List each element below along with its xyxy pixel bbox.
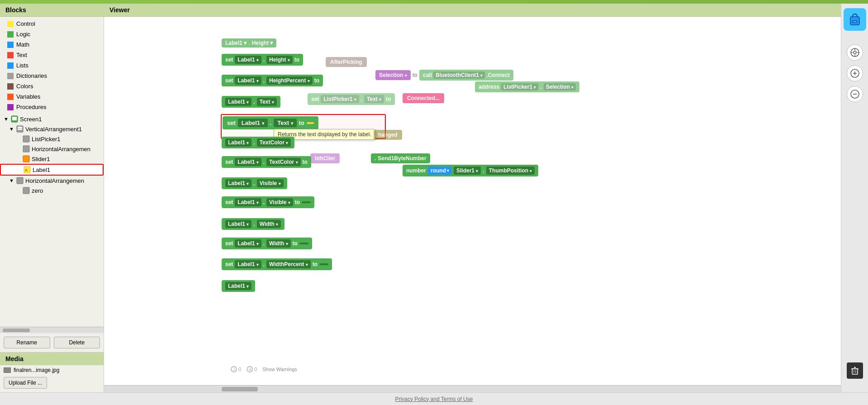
zero-label: zero xyxy=(32,187,43,194)
tree-item-horizontal-arrangement1[interactable]: HorizontalArrangemen xyxy=(0,144,104,154)
block-label1-text-small[interactable]: Label1 ▾ . Text ▾ xyxy=(222,96,280,108)
text-dropdown-lp[interactable]: Text ▾ xyxy=(364,95,384,103)
horizontal-arrangement2-icon xyxy=(16,177,24,184)
vertical-toggle[interactable]: ▼ xyxy=(9,126,15,132)
dot3: . xyxy=(270,119,272,126)
to2: to xyxy=(314,77,319,84)
heightpercent-dropdown[interactable]: HeightPercent ▾ xyxy=(266,76,313,85)
ha2-toggle[interactable]: ▼ xyxy=(9,178,15,183)
label1-last-dropdown[interactable]: Label1 ▾ xyxy=(225,282,251,290)
zoom-out-button[interactable] xyxy=(847,86,863,102)
width2-dropdown[interactable]: Width ▾ xyxy=(266,239,291,248)
text-dropdown-main[interactable]: Text ▾ xyxy=(274,119,296,127)
screen1-icon xyxy=(11,115,18,123)
upload-file-button[interactable]: Upload File ... xyxy=(4,377,47,389)
widthpercent-dropdown[interactable]: WidthPercent ▾ xyxy=(266,260,311,268)
sidebar-item-variables[interactable]: Variables xyxy=(0,91,104,102)
textcolor2-dropdown[interactable]: TextColor ▾ xyxy=(266,158,300,166)
block-connected[interactable]: Connected... xyxy=(403,93,444,103)
procedures-label: Procedures xyxy=(16,104,46,110)
label1-dropdown1[interactable]: Label1 ▾ xyxy=(235,56,261,64)
sidebar-item-colors[interactable]: Colors xyxy=(0,81,104,91)
label1-vis-dropdown[interactable]: Label1 ▾ xyxy=(225,179,251,187)
block-set-widthpercent[interactable]: set Label1 ▾ . WidthPercent ▾ to xyxy=(222,258,332,270)
block-number-row[interactable]: number round ▾ Slider1 ▾ . ThumbPosition… xyxy=(403,165,538,176)
svg-text:⚠: ⚠ xyxy=(232,367,236,372)
visible2-dropdown[interactable]: Visible ▾ xyxy=(266,198,293,206)
label1-dropdown3[interactable]: Label1 ▾ xyxy=(238,119,268,127)
sidebar-item-dictionaries[interactable]: Dictionaries xyxy=(0,71,104,81)
screen1-toggle[interactable]: ▼ xyxy=(4,116,10,122)
label1-vis2-dropdown[interactable]: Label1 ▾ xyxy=(235,198,261,206)
listpicker-dropdown[interactable]: ListPicker1 ▾ xyxy=(501,83,538,91)
sidebar-item-lists[interactable]: Lists xyxy=(0,60,104,71)
delete-button[interactable]: Delete xyxy=(54,337,100,348)
rename-button[interactable]: Rename xyxy=(4,337,50,348)
block-after-picking[interactable]: AfterPicking xyxy=(326,57,367,67)
tree-item-list-picker[interactable]: ListPicker1 xyxy=(0,134,104,144)
block-label1-visible[interactable]: Label1 ▾ . Visible ▾ xyxy=(222,177,287,189)
bluetooth-dropdown[interactable]: BluetoothClient1 ▾ xyxy=(433,71,485,79)
label1-text-dropdown[interactable]: Label1 ▾ xyxy=(225,98,251,106)
tree-item-vertical-arrangement[interactable]: ▼ VerticalArrangement1 xyxy=(0,124,104,134)
viewer-canvas[interactable]: Label1 ▾ . Height ▾ set Label1 ▾ . Heigh… xyxy=(104,17,841,385)
svg-text:✕: ✕ xyxy=(248,367,252,372)
block-set-label1-text[interactable]: set Label1 ▾ . Text ▾ to xyxy=(223,116,318,129)
trash-button[interactable] xyxy=(847,362,863,379)
tree-item-label1[interactable]: A Label1 xyxy=(0,164,104,176)
listpicker1-dropdown[interactable]: ListPicker1 ▾ xyxy=(321,95,359,103)
block-set-listpicker[interactable]: set ListPicker1 ▾ . Text ▾ to xyxy=(308,93,395,105)
sidebar-item-logic[interactable]: Logic xyxy=(0,29,104,39)
width-dropdown[interactable]: Width ▾ xyxy=(257,220,281,228)
sidebar-scrollbar-h[interactable] xyxy=(0,327,104,333)
block-label1-height-top[interactable]: Label1 ▾ . Height ▾ xyxy=(222,38,276,48)
recenter-button[interactable] xyxy=(847,44,863,61)
error-icon: ✕ xyxy=(247,366,253,372)
block-set-width[interactable]: set Label1 ▾ . Width ▾ to xyxy=(222,238,312,249)
label1-dropdown2[interactable]: Label1 ▾ xyxy=(235,76,261,85)
block-set-heightpercent[interactable]: set Label1 ▾ . HeightPercent ▾ to xyxy=(222,75,323,86)
tree-item-slider1[interactable]: Slider1 xyxy=(0,154,104,164)
dot-w2: . xyxy=(263,240,265,247)
block-address-row[interactable]: address ListPicker1 ▾ . Selection ▾ xyxy=(475,81,579,92)
privacy-policy-link[interactable]: Privacy Policy and Terms of Use xyxy=(395,396,473,402)
tree-item-horizontal-arrangement2[interactable]: ▼ HorizontalArrangemen xyxy=(0,176,104,186)
block-label1-textcolor[interactable]: Label1 ▾ . TextColor ▾ xyxy=(222,137,294,148)
block-set-visible[interactable]: set Label1 ▾ . Visible ▾ to xyxy=(222,196,314,208)
viewer-header: Viewer xyxy=(104,4,841,17)
sidebar-item-math[interactable]: Math xyxy=(0,39,104,50)
to3: to xyxy=(299,119,304,126)
show-warnings-text[interactable]: Show Warnings xyxy=(262,367,297,372)
textcolor-dropdown[interactable]: TextColor ▾ xyxy=(257,138,291,147)
after-picking-label: AfterPicking xyxy=(330,59,362,65)
backpack-button[interactable] xyxy=(844,8,866,31)
block-set-height[interactable]: set Label1 ▾ . Height ▾ to xyxy=(222,54,303,66)
zoom-in-button[interactable] xyxy=(847,65,863,81)
sidebar-actions: Rename Delete xyxy=(0,333,104,352)
height-dropdown[interactable]: Height ▾ xyxy=(266,56,293,64)
label1-dropdown-tc[interactable]: Label1 ▾ xyxy=(225,138,251,147)
sidebar-item-text[interactable]: Text xyxy=(0,50,104,60)
label1-wp-dropdown[interactable]: Label1 ▾ xyxy=(235,260,261,268)
block-label1-last[interactable]: Label1 ▾ xyxy=(222,280,255,292)
label1-tc-dropdown[interactable]: Label1 ▾ xyxy=(235,158,261,166)
label1-w-dropdown[interactable]: Label1 ▾ xyxy=(225,220,251,228)
thumbposition-dropdown[interactable]: ThumbPosition ▾ xyxy=(486,167,535,175)
selection-dropdown[interactable]: Selection ▾ xyxy=(544,83,576,91)
block-bt-partial[interactable]: bthClier xyxy=(310,153,340,163)
sidebar-item-control[interactable]: Control xyxy=(0,19,104,29)
tree-item-zero[interactable]: zero xyxy=(0,186,104,195)
text-dropdown-small[interactable]: Text ▾ xyxy=(257,98,277,106)
tree-item-screen1[interactable]: ▼ Screen1 xyxy=(0,114,104,124)
sidebar-item-procedures[interactable]: Procedures xyxy=(0,102,104,112)
slider1-dropdown[interactable]: Slider1 ▾ xyxy=(454,167,481,175)
block-set-textcolor[interactable]: set Label1 ▾ . TextColor ▾ to xyxy=(222,156,311,168)
block-selection-row[interactable]: Selection ▾ to call BluetoothClient1 ▾ .… xyxy=(375,70,513,81)
block-label1-width[interactable]: Label1 ▾ . Width ▾ xyxy=(222,218,285,230)
viewer-scrollbar-h[interactable] xyxy=(104,385,841,392)
visible-dropdown[interactable]: Visible ▾ xyxy=(257,179,284,187)
media-header: Media xyxy=(0,353,104,365)
block-send-byte-number[interactable]: . Send1ByteNumber xyxy=(371,153,430,163)
block-changed[interactable]: hanged xyxy=(374,130,402,140)
label1-w2-dropdown[interactable]: Label1 ▾ xyxy=(235,239,261,248)
